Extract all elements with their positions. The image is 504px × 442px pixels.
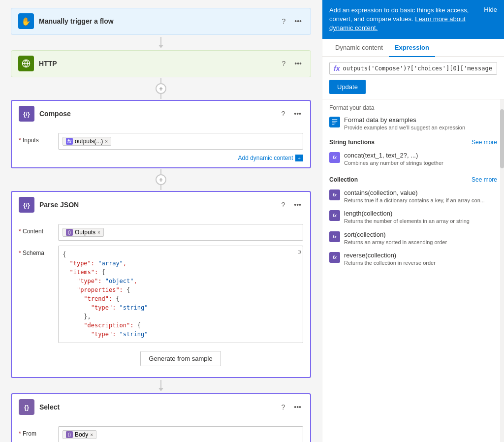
schema-collapse-btn[interactable]: ⊡ bbox=[298, 248, 301, 255]
compose-help-btn[interactable]: ? bbox=[279, 109, 287, 119]
parse-json-title: Parse JSON bbox=[39, 201, 274, 209]
compose-inputs-field[interactable]: fx outputs(...) × bbox=[58, 133, 303, 150]
tab-expression[interactable]: Expression bbox=[389, 39, 435, 57]
add-step-btn-2[interactable]: + bbox=[156, 174, 166, 185]
parse-json-content-field[interactable]: () Outputs × bbox=[58, 224, 303, 241]
add-dynamic-label: Add dynamic content bbox=[238, 155, 293, 161]
http-more-btn[interactable]: ••• bbox=[292, 59, 304, 68]
parse-json-token-close[interactable]: × bbox=[97, 230, 100, 235]
concat-desc: Combines any number of strings together bbox=[344, 159, 497, 166]
generate-from-sample-btn[interactable]: Generate from sample bbox=[140, 351, 220, 366]
expression-input[interactable] bbox=[343, 65, 493, 72]
http-help-btn[interactable]: ? bbox=[280, 59, 287, 68]
plus-line-top-2 bbox=[160, 169, 161, 174]
trigger-icon: ✋ bbox=[18, 13, 34, 29]
from-var-icon: () bbox=[66, 431, 73, 438]
format-data-item[interactable]: Format data by examples Provide examples… bbox=[322, 113, 504, 134]
panel-content: Format your data Format data by examples… bbox=[322, 99, 504, 282]
select-title: Select bbox=[39, 403, 274, 411]
flow-container: ✋ Manually trigger a flow ? ••• HTTP ? bbox=[11, 8, 311, 442]
panel-scroll-area: Format your data Format data by examples… bbox=[322, 99, 504, 442]
trigger-title: Manually trigger a flow bbox=[39, 17, 275, 25]
select-from-token: () Body × bbox=[63, 430, 96, 439]
schema-line-2: "type": "array", bbox=[63, 259, 299, 268]
compose-body: Inputs fx outputs(...) × Add dynamic con… bbox=[12, 127, 310, 167]
plus-connector-2: + bbox=[156, 168, 166, 191]
schema-line-3: "items": { bbox=[63, 268, 299, 277]
collection-header: Collection See more bbox=[322, 173, 504, 186]
length-name: length(collection) bbox=[344, 210, 497, 217]
add-dynamic-btn[interactable]: + bbox=[295, 155, 303, 161]
select-icon: {} bbox=[19, 399, 34, 415]
parse-json-help-btn[interactable]: ? bbox=[279, 200, 287, 210]
parse-json-body: Content () Outputs × Schema ⊡ bbox=[12, 218, 310, 377]
select-actions: ? ••• bbox=[279, 402, 303, 412]
panel-header: Add an expression to do basic things lik… bbox=[322, 0, 504, 39]
plus-line-bottom-2 bbox=[160, 185, 161, 190]
collection-func-contains[interactable]: fx contains(collection, value) Returns t… bbox=[322, 186, 504, 207]
schema-line-10: "type": "string" bbox=[63, 330, 299, 339]
arrow-head bbox=[158, 45, 163, 48]
format-data-name: Format data by examples bbox=[344, 116, 497, 124]
select-more-btn[interactable]: ••• bbox=[292, 402, 303, 412]
string-functions-section: String functions See more fx concat(text… bbox=[322, 134, 504, 171]
collection-func-sort[interactable]: fx sort(collection) Returns an array sor… bbox=[322, 228, 504, 249]
right-panel: Add an expression to do basic things lik… bbox=[322, 0, 504, 442]
select-from-token-close[interactable]: × bbox=[90, 432, 93, 438]
add-step-btn-1[interactable]: + bbox=[156, 83, 166, 94]
panel-tabs: Dynamic content Expression bbox=[322, 39, 504, 57]
connector-2 bbox=[158, 378, 163, 393]
string-func-concat[interactable]: fx concat(text_1, text_2?, ...) Combines… bbox=[322, 149, 504, 169]
scrollbar-track bbox=[500, 99, 504, 442]
trigger-more-btn[interactable]: ••• bbox=[292, 16, 304, 26]
select-from-field[interactable]: () Body × bbox=[58, 426, 303, 442]
plus-line-bottom bbox=[160, 94, 161, 99]
string-functions-label: String functions bbox=[329, 139, 375, 146]
schema-line-8: }, bbox=[63, 312, 299, 321]
collection-func-reverse[interactable]: fx reverse(collection) Returns the colle… bbox=[322, 249, 504, 269]
main-canvas: ✋ Manually trigger a flow ? ••• HTTP ? bbox=[0, 0, 322, 442]
parse-json-more-btn[interactable]: ••• bbox=[292, 200, 303, 210]
plus-connector-1: + bbox=[156, 77, 166, 100]
compose-token-close[interactable]: × bbox=[105, 139, 108, 144]
parse-json-card: {/} Parse JSON ? ••• Content () Outputs … bbox=[11, 191, 311, 378]
compose-title: Compose bbox=[39, 110, 274, 118]
panel-hide-btn[interactable]: Hide bbox=[484, 6, 497, 13]
scrollbar-thumb[interactable] bbox=[500, 109, 504, 168]
tab-dynamic-content[interactable]: Dynamic content bbox=[329, 39, 389, 57]
select-from-label: From bbox=[19, 426, 53, 437]
sort-desc: Returns an array sorted in ascending ord… bbox=[344, 239, 497, 246]
reverse-name: reverse(collection) bbox=[344, 252, 497, 259]
parse-json-actions: ? ••• bbox=[279, 200, 303, 210]
compose-more-btn[interactable]: ••• bbox=[292, 109, 303, 119]
var-icon: () bbox=[66, 229, 73, 236]
reverse-desc: Returns the collection in reverse order bbox=[344, 259, 497, 266]
reverse-icon: fx bbox=[329, 252, 340, 263]
compose-inputs-label: Inputs bbox=[19, 133, 53, 144]
select-help-btn[interactable]: ? bbox=[279, 402, 287, 412]
concat-name: concat(text_1, text_2?, ...) bbox=[344, 152, 497, 159]
format-section-title: Format your data bbox=[322, 99, 504, 113]
plus-line-top bbox=[160, 78, 161, 83]
schema-editor[interactable]: ⊡ { "type": "array", "items": { "type": … bbox=[58, 246, 303, 343]
string-functions-header: String functions See more bbox=[322, 136, 504, 149]
http-icon bbox=[18, 56, 34, 71]
string-see-more-link[interactable]: See more bbox=[472, 139, 497, 146]
collection-func-length[interactable]: fx length(collection) Returns the number… bbox=[322, 207, 504, 227]
update-btn[interactable]: Update bbox=[329, 80, 366, 94]
select-from-row: From () Body × bbox=[19, 426, 303, 442]
length-text: length(collection) Returns the number of… bbox=[344, 210, 497, 224]
schema-line-1: { bbox=[63, 250, 299, 259]
concat-icon: fx bbox=[329, 152, 340, 163]
parse-json-token-text: Outputs bbox=[75, 229, 95, 236]
collection-section: Collection See more fx contains(collecti… bbox=[322, 171, 504, 271]
reverse-text: reverse(collection) Returns the collecti… bbox=[344, 252, 497, 266]
length-desc: Returns the number of elements in an arr… bbox=[344, 218, 497, 224]
parse-json-schema-row: Schema ⊡ { "type": "array", "items": { "… bbox=[19, 246, 303, 366]
sort-text: sort(collection) Returns an array sorted… bbox=[344, 231, 497, 246]
trigger-help-btn[interactable]: ? bbox=[280, 16, 287, 26]
generate-btn-container: Generate from sample bbox=[58, 347, 303, 366]
collection-see-more-link[interactable]: See more bbox=[472, 176, 497, 183]
compose-inputs-token: fx outputs(...) × bbox=[63, 137, 111, 146]
trigger-header: ✋ Manually trigger a flow ? ••• bbox=[11, 8, 311, 34]
